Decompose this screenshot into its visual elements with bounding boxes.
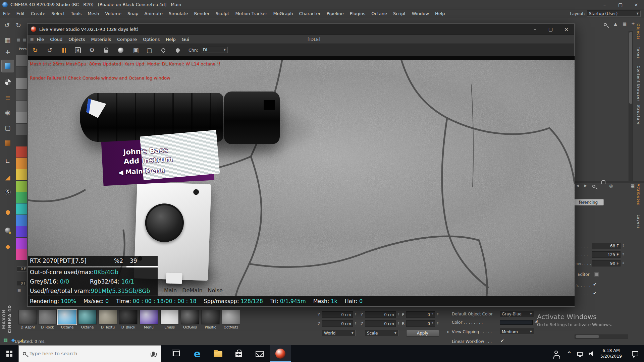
menu-sculpt[interactable]: Sculpt — [213, 9, 232, 18]
palette-swatch[interactable] — [16, 89, 27, 101]
tab-objects[interactable]: Objects — [636, 23, 641, 40]
menu-volume[interactable]: Volume — [102, 9, 124, 18]
palette-swatch[interactable] — [16, 146, 27, 158]
texture-mode-icon[interactable] — [1, 76, 14, 88]
frame-start-field[interactable]: 0 F — [17, 266, 27, 272]
c4d-titlebar[interactable]: CINEMA 4D R20.059 Studio (RC - R20) - [R… — [0, 0, 644, 9]
menu-snap[interactable]: Snap — [124, 9, 142, 18]
settings-gear-icon[interactable]: ⚙ — [86, 44, 98, 56]
palette-swatch[interactable] — [16, 101, 27, 112]
material-item[interactable]: D_Textu — [99, 310, 117, 329]
menu-file[interactable]: File — [0, 9, 13, 18]
menu-script[interactable]: Script — [390, 9, 409, 18]
coord-row1-col1-input[interactable]: 0 cm — [322, 311, 353, 318]
menu-select[interactable]: Select — [48, 9, 68, 18]
material-ball-icon[interactable] — [115, 44, 126, 56]
focus-pin-icon[interactable] — [158, 44, 169, 56]
material-item[interactable]: D_Black — [119, 310, 138, 329]
coord-row1-col3-input[interactable]: 0 ° — [406, 311, 435, 318]
objects-scrollbar[interactable] — [629, 31, 633, 181]
material-thumbnail[interactable] — [160, 310, 179, 324]
material-item[interactable]: Emiss — [160, 310, 179, 329]
search-icon[interactable] — [592, 184, 595, 189]
check-icon[interactable]: ✔ — [593, 282, 597, 287]
pause-render-icon[interactable] — [58, 44, 70, 56]
tab-demain[interactable]: DeMain — [182, 287, 202, 294]
lv-menu-help[interactable]: Help — [163, 35, 179, 44]
empty-square-icon[interactable]: ▢ — [144, 44, 155, 56]
camera-pin-icon[interactable] — [172, 44, 183, 56]
snap-grid-icon[interactable]: ▦ — [17, 38, 20, 42]
maximize-button[interactable]: ▢ — [612, 0, 628, 9]
menu-octane[interactable]: Octane — [368, 9, 390, 18]
material-item[interactable]: D_Rock — [38, 310, 57, 329]
start-button[interactable] — [0, 345, 18, 362]
sculpt-tool-icon[interactable]: S — [1, 186, 14, 198]
task-view-button[interactable] — [166, 345, 187, 362]
palette-swatch[interactable] — [16, 67, 27, 78]
panel-splitter[interactable] — [575, 181, 644, 183]
minimize-button[interactable]: – — [527, 24, 543, 35]
attributes-hscrollbar[interactable] — [575, 335, 628, 339]
menu-character[interactable]: Character — [296, 9, 324, 18]
menu-tools[interactable]: Tools — [68, 9, 85, 18]
restart-render-icon[interactable]: ↻ — [30, 44, 41, 56]
color-swatch[interactable] — [500, 320, 533, 325]
material-thumbnail[interactable] — [78, 310, 97, 324]
referencing-tab[interactable]: ferencing — [573, 199, 604, 205]
move-tool-icon[interactable]: + — [1, 46, 14, 58]
array-tool-icon[interactable]: ▦ — [1, 34, 14, 46]
microphone-icon[interactable] — [152, 352, 155, 356]
lv-menu-gui[interactable]: Gui — [179, 35, 192, 44]
menu-mesh[interactable]: Mesh — [85, 9, 102, 18]
palette-swatch[interactable] — [16, 158, 27, 169]
material-item[interactable]: Octane — [78, 310, 97, 329]
maximize-button[interactable]: ▢ — [543, 24, 558, 35]
tray-expand-chevron-icon[interactable]: ^ — [564, 345, 574, 362]
palette-swatch[interactable] — [16, 203, 27, 215]
menu-motion-tracker[interactable]: Motion Tracker — [232, 9, 270, 18]
quantize-grid-icon[interactable]: ▦ — [23, 38, 26, 42]
coord-row2-col1-input[interactable]: 0 cm — [322, 320, 353, 327]
menu-plugins[interactable]: Plugins — [347, 9, 369, 18]
stepper-icon[interactable]: ⇕ — [622, 261, 625, 265]
menu-help[interactable]: Help — [432, 9, 448, 18]
target-icon[interactable]: ◎ — [609, 183, 613, 188]
material-thumbnail[interactable] — [99, 310, 117, 324]
material-item[interactable]: Plastic — [201, 310, 220, 329]
coord-row2-col3-input[interactable]: 0 ° — [406, 320, 435, 327]
material-thumbnail[interactable] — [58, 310, 76, 324]
editor-checkbox[interactable] — [594, 272, 599, 277]
lv-menu-objects[interactable]: Objects — [65, 35, 88, 44]
volume-tray-icon[interactable] — [586, 345, 597, 362]
menu-create[interactable]: Create — [28, 9, 48, 18]
search-input[interactable] — [30, 351, 130, 356]
close-button[interactable]: × — [558, 24, 574, 35]
filter-icon[interactable]: ▲ — [614, 21, 617, 26]
palette-swatch[interactable] — [16, 55, 27, 66]
frame-end-field[interactable]: 0 F — [17, 281, 27, 286]
attr-field-input[interactable]: 125 F — [592, 251, 621, 258]
lv-menu-options[interactable]: Options — [140, 35, 163, 44]
material-thumbnail[interactable] — [119, 310, 138, 324]
tab-layers[interactable]: Layers — [636, 215, 641, 229]
material-item[interactable]: Octane — [58, 310, 76, 329]
model-mode-icon[interactable] — [1, 60, 14, 72]
lv-menu-cloud[interactable]: Cloud — [47, 35, 65, 44]
undo-icon[interactable]: ↺ — [2, 19, 12, 32]
region-render-icon[interactable]: R — [72, 44, 84, 56]
attr-field-input[interactable]: 68 F — [592, 243, 621, 249]
material-thumbnail[interactable] — [201, 310, 220, 324]
palette-swatch[interactable] — [16, 226, 27, 237]
minimize-button[interactable]: – — [597, 0, 612, 9]
network-tray-icon[interactable] — [574, 345, 586, 362]
palette-swatch[interactable] — [16, 124, 27, 135]
tab-noise[interactable]: Noise — [208, 287, 223, 294]
menu-mograph[interactable]: MoGraph — [270, 9, 296, 18]
channel-dropdown[interactable]: DL ▼ — [201, 47, 228, 53]
material-manager-icon[interactable]: ▦ — [3, 337, 8, 343]
menu-animate[interactable]: Animate — [142, 9, 166, 18]
clock[interactable]: 6:18 AM 5/20/2019 — [597, 345, 625, 362]
refresh-icon[interactable]: ↺ — [44, 44, 55, 56]
palette-swatch[interactable] — [16, 215, 27, 226]
